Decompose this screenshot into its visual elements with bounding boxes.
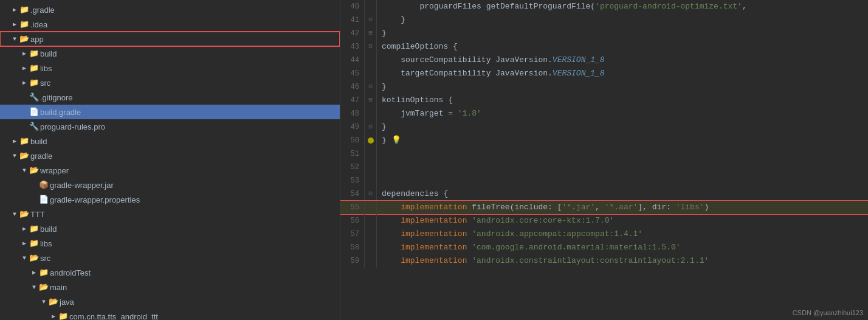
gutter-59 — [365, 254, 377, 268]
tree-item-androidtest[interactable]: ▶ 📁 androidTest — [0, 265, 340, 280]
tree-item-gradle-props[interactable]: ▶ 📄 gradle-wrapper.properties — [0, 192, 340, 207]
arrow-wrapper: ▼ — [19, 167, 29, 174]
folder-icon-ttt-src: 📂 — [29, 253, 40, 263]
arrow-build-root: ▶ — [10, 137, 19, 145]
code-line-46: 46 ⊟ } — [340, 80, 868, 94]
gutter-45 — [365, 67, 377, 80]
code-line-55: 55 implementation fileTree(include: ['*.… — [340, 201, 868, 214]
tree-item-src-sub[interactable]: ▶ 📁 src — [0, 75, 340, 90]
file-icon-build-gradle: 📄 — [29, 107, 40, 117]
folder-icon-java: 📂 — [49, 297, 60, 307]
folder-icon-idea: 📁 — [19, 19, 30, 29]
line-content-41: } — [377, 13, 868, 27]
folder-icon-wrapper: 📂 — [29, 165, 40, 175]
line-content-57: implementation 'androidx.appcompat:appco… — [377, 228, 868, 241]
folder-icon-build-sub: 📁 — [29, 49, 40, 58]
tree-item-pkg[interactable]: ▶ 📁 com.cn.tta.tts_android_ttt — [0, 309, 340, 320]
tree-item-app[interactable]: ▼ 📂 app — [0, 32, 340, 46]
code-line-50: 50 } 💡 — [340, 134, 868, 147]
tree-item-gradle-root[interactable]: ▼ 📂 gradle — [0, 148, 340, 163]
folder-icon-ttt: 📂 — [19, 209, 30, 219]
tree-label-build-sub: build — [40, 49, 57, 58]
line-num-40: 40 — [340, 0, 365, 13]
folder-icon-src-sub: 📁 — [29, 78, 40, 88]
gutter-48 — [365, 107, 377, 120]
arrow-java: ▼ — [39, 299, 49, 305]
line-num-42: 42 — [340, 27, 365, 40]
line-num-46: 46 — [340, 80, 365, 94]
tree-label-gradle: .gradle — [30, 5, 55, 15]
tree-item-gradle-jar[interactable]: ▶ 📦 gradle-wrapper.jar — [0, 178, 340, 192]
line-content-51 — [377, 147, 868, 161]
tree-item-ttt-libs[interactable]: ▶ 📁 libs — [0, 236, 340, 251]
tree-label-main: main — [50, 283, 67, 292]
tree-label-gitignore: .gitignore — [40, 93, 72, 102]
tree-item-gitignore[interactable]: ▶ 🔧 .gitignore — [0, 90, 340, 105]
gutter-41: ⊟ — [365, 13, 377, 27]
tree-item-idea[interactable]: ▶ 📁 .idea — [0, 17, 340, 32]
tree-item-build-root[interactable]: ▶ 📁 build — [0, 134, 340, 148]
tree-label-proguard: proguard-rules.pro — [40, 122, 105, 131]
line-content-43: compileOptions { — [377, 40, 868, 54]
folder-icon-ttt-libs: 📁 — [29, 238, 40, 248]
arrow-gradle-root: ▼ — [10, 153, 19, 159]
tree-item-ttt-build[interactable]: ▶ 📁 build — [0, 221, 340, 236]
folder-icon-pkg: 📁 — [58, 311, 69, 320]
line-num-52: 52 — [340, 161, 365, 174]
tree-item-libs-sub[interactable]: ▶ 📁 libs — [0, 61, 340, 75]
gutter-49: ⊟ — [365, 120, 377, 134]
tree-item-ttt[interactable]: ▼ 📂 TTT — [0, 207, 340, 221]
code-line-41: 41 ⊟ } — [340, 13, 868, 27]
arrow-ttt-src: ▼ — [19, 255, 29, 262]
folder-icon-build-root: 📁 — [19, 136, 30, 146]
line-num-44: 44 — [340, 54, 365, 67]
code-line-52: 52 — [340, 161, 868, 174]
code-line-57: 57 implementation 'androidx.appcompat:ap… — [340, 228, 868, 241]
arrow-main: ▼ — [29, 284, 39, 291]
line-num-55: 55 — [340, 201, 365, 214]
tree-item-ttt-src[interactable]: ▼ 📂 src — [0, 251, 340, 265]
code-line-44: 44 sourceCompatibility JavaVersion.VERSI… — [340, 54, 868, 67]
line-content-58: implementation 'com.google.android.mater… — [377, 241, 868, 254]
line-content-55: implementation fileTree(include: ['*.jar… — [377, 201, 868, 214]
folder-icon-app: 📂 — [19, 34, 30, 44]
gutter-52 — [365, 161, 377, 174]
fold-arrow-42: ⊟ — [368, 27, 372, 40]
file-tree: ▶ 📁 .gradle ▶ 📁 .idea ▼ 📂 app ▶ 📁 build … — [0, 0, 340, 320]
tree-item-main[interactable]: ▼ 📂 main — [0, 280, 340, 294]
arrow-ttt: ▼ — [10, 211, 19, 218]
tree-item-wrapper[interactable]: ▼ 📂 wrapper — [0, 163, 340, 178]
tree-label-src-sub: src — [40, 78, 50, 88]
line-num-50: 50 — [340, 134, 365, 147]
tree-item-build-sub[interactable]: ▶ 📁 build — [0, 46, 340, 61]
tree-label-ttt-libs: libs — [40, 239, 52, 248]
tree-item-gradle[interactable]: ▶ 📁 .gradle — [0, 2, 340, 17]
code-line-45: 45 targetCompatibility JavaVersion.VERSI… — [340, 67, 868, 80]
tree-item-build-gradle[interactable]: ▶ 📄 build.gradle — [0, 105, 340, 119]
arrow-pkg: ▶ — [49, 313, 58, 320]
arrow-ttt-build: ▶ — [19, 225, 29, 232]
line-content-56: implementation 'androidx.core:core-ktx:1… — [377, 214, 868, 228]
gutter-43: ⊟ — [365, 40, 377, 54]
fold-arrow-46: ⊟ — [368, 80, 372, 94]
line-num-56: 56 — [340, 214, 365, 228]
tree-item-java[interactable]: ▼ 📂 java — [0, 294, 340, 309]
arrow-gradle: ▶ — [10, 6, 19, 13]
tree-label-gradle-root: gradle — [30, 151, 52, 161]
tree-label-ttt-src: src — [40, 254, 50, 263]
tree-label-androidtest: androidTest — [50, 268, 91, 277]
fold-arrow-43: ⊟ — [368, 40, 372, 54]
tree-label-app: app — [30, 35, 44, 44]
line-num-58: 58 — [340, 241, 365, 254]
gutter-53 — [365, 174, 377, 187]
line-num-53: 53 — [340, 174, 365, 187]
code-line-43: 43 ⊟ compileOptions { — [340, 40, 868, 54]
tree-label-build-root: build — [30, 137, 47, 146]
folder-icon-gradle-root: 📂 — [19, 151, 30, 161]
gutter-56 — [365, 214, 377, 228]
code-line-59: 59 implementation 'androidx.constraintla… — [340, 254, 868, 268]
tree-item-proguard[interactable]: ▶ 🔧 proguard-rules.pro — [0, 119, 340, 134]
line-num-54: 54 — [340, 187, 365, 201]
line-content-48: jvmTarget = '1.8' — [377, 107, 868, 120]
file-icon-proguard: 🔧 — [29, 122, 40, 131]
